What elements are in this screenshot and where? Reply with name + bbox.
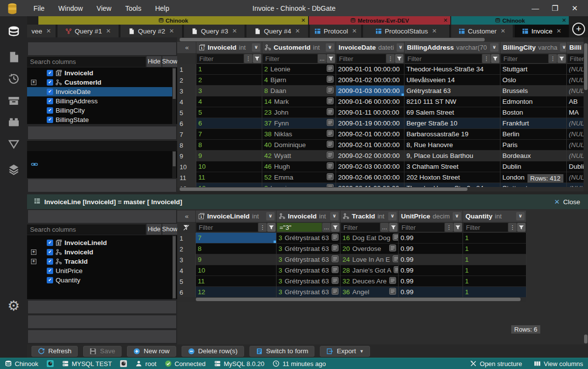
cell-billingaddress[interactable]: 8, Rue Hanovre	[404, 140, 500, 151]
macros-header[interactable]	[28, 330, 176, 343]
filter-input[interactable]: Filter	[196, 223, 258, 232]
cell-invoicedate[interactable]: 2009-01-06 00:00:00	[336, 96, 404, 107]
cell-billingaddress[interactable]: 3 Chatham Street	[404, 161, 500, 172]
chevron-down-icon[interactable]: ∨	[252, 43, 260, 52]
filter-funnel-icon[interactable]	[557, 54, 566, 63]
filters-header[interactable]	[28, 301, 176, 313]
cell-unitprice[interactable]: 0.99	[399, 254, 463, 265]
column-item-customerid[interactable]: +✔CustomerId	[27, 78, 173, 87]
cell-quantity[interactable]: 1	[463, 254, 526, 265]
row-number[interactable]: 8	[177, 140, 196, 151]
connection-band-chinook[interactable]: Chinook✕	[38, 16, 308, 25]
filter-corner-cell[interactable]	[177, 53, 196, 64]
filter-input[interactable]: Filter	[337, 54, 386, 63]
open-reference-icon[interactable]	[327, 119, 334, 127]
filter-funnel-icon[interactable]	[491, 54, 499, 63]
cell-customerid[interactable]: 38Niklas	[262, 129, 336, 140]
cell-billingcity[interactable]: Berlin	[500, 129, 567, 140]
row-number[interactable]: 10	[177, 161, 196, 172]
scroll-thumb[interactable]	[584, 43, 588, 90]
cell-invoiceid[interactable]: 11	[196, 172, 262, 183]
filter-funnel-icon[interactable]	[517, 223, 526, 232]
export-button[interactable]: Export▼	[320, 346, 370, 357]
column-item-trackid[interactable]: +✔TrackId	[27, 257, 173, 266]
columns-list-scrollbar[interactable]	[172, 67, 176, 124]
column-header-customerid[interactable]: CustomerIdint∨	[262, 42, 336, 53]
maximize-icon[interactable]: ❐	[549, 4, 561, 13]
search-references-input[interactable]	[27, 140, 177, 151]
open-structure-button[interactable]: Open structure	[470, 360, 522, 368]
open-reference-icon[interactable]	[332, 234, 339, 242]
collapse-columns-button[interactable]: «	[177, 42, 196, 53]
cell-invoiceid[interactable]: 3	[196, 86, 262, 96]
cell-billingaddress[interactable]: 202 Hoxton Street	[404, 172, 500, 183]
cell-billingaddress[interactable]: Barbarossastraße 19	[404, 129, 500, 140]
close-tab-icon[interactable]: ✕	[295, 28, 300, 34]
cell-invoiceid[interactable]: 9	[196, 151, 262, 161]
cell-billingcity[interactable]: Frankfurt	[500, 118, 567, 129]
filter-menu-button[interactable]: …	[318, 54, 326, 63]
cell-trackid[interactable]: 16Dog Eat Dog	[340, 233, 399, 244]
cell-billingcity[interactable]: Boston	[500, 107, 567, 118]
close-tab-icon[interactable]: ✕	[232, 28, 237, 34]
sidebar-database-icon[interactable]	[0, 23, 27, 40]
column-header-invoicelineid[interactable]: 1InvoiceLineIdint∨	[196, 211, 277, 222]
cell-billingaddress[interactable]: Ullevålsveien 14	[404, 75, 500, 86]
cell-billingaddress[interactable]: Theodor-Heuss-Straße 34	[404, 64, 500, 75]
chevron-down-icon[interactable]: ∨	[516, 212, 525, 220]
tab-vee[interactable]: vee✕	[27, 25, 57, 37]
sidebar-history-icon[interactable]	[0, 70, 27, 87]
checkbox[interactable]: ✔	[47, 89, 53, 95]
filter-funnel-icon[interactable]	[253, 54, 261, 63]
sidebar-file-icon[interactable]	[0, 49, 27, 65]
filter-menu-button[interactable]: ⋮	[508, 223, 517, 232]
cell-unitprice[interactable]: 0.99	[399, 244, 463, 254]
cell-unitprice[interactable]: 0.99	[399, 287, 463, 298]
tab-query-2[interactable]: Query #2✕	[121, 25, 183, 37]
close-tab-icon[interactable]: ✕	[46, 28, 51, 34]
columns-header[interactable]	[28, 210, 176, 223]
open-reference-icon[interactable]	[327, 108, 334, 117]
tab-query-1[interactable]: Query #1✕	[58, 25, 120, 37]
cell-invoicedate[interactable]: 2009-01-19 00:00:00	[336, 118, 404, 129]
sidebar-filter-triangle-icon[interactable]	[0, 136, 27, 153]
checkbox[interactable]: ✔	[47, 240, 53, 246]
cell-invoiceid[interactable]: 5	[196, 107, 262, 118]
row-number[interactable]: 6	[177, 287, 196, 298]
cell-billingaddress[interactable]: Berger Straße 10	[404, 118, 500, 129]
filter-input[interactable]: Filter	[197, 54, 244, 63]
close-connection-icon[interactable]: ✕	[301, 17, 306, 24]
expand-icon[interactable]: +	[31, 259, 36, 264]
column-item-billingcity[interactable]: ✔BillingCity	[27, 106, 173, 115]
chevron-down-icon[interactable]: ∨	[330, 212, 339, 220]
cell-invoiceid[interactable]: 7	[196, 129, 262, 140]
checkbox[interactable]: ✔	[47, 70, 53, 76]
cell-billingcity[interactable]: Bordeaux	[500, 151, 567, 161]
row-number[interactable]: 9	[177, 151, 196, 161]
checkbox[interactable]: ✔	[47, 268, 53, 274]
chevron-down-icon[interactable]: ∨	[490, 43, 498, 52]
connection-band-metrostav-evr-dev[interactable]: Metrostav-Evr-DEV✕	[309, 16, 450, 25]
switch-to-form-button[interactable]: Switch to form	[249, 346, 315, 357]
tab-query-4[interactable]: Query #4✕	[247, 25, 309, 37]
column-header-invoiceid[interactable]: InvoiceIdint∨	[277, 211, 340, 222]
cell-invoiceid[interactable]: 1	[196, 64, 262, 75]
cell-invoicedate[interactable]: 2009-02-03 00:00:00	[336, 161, 404, 172]
cell-billingcity[interactable]: Oslo	[500, 75, 567, 86]
row-number[interactable]: 7	[177, 129, 196, 140]
row-number[interactable]: 4	[177, 96, 196, 107]
column-header-billingaddress[interactable]: BillingAddressvarchar(70∨	[404, 42, 500, 53]
new-tab-button[interactable]: +	[572, 23, 585, 35]
cell-billingaddress[interactable]: Grétrystraat 63	[404, 86, 500, 96]
close-tab-icon[interactable]: ✕	[169, 28, 174, 34]
column-header-trackid[interactable]: TrackIdint∨	[340, 211, 399, 222]
open-reference-icon[interactable]	[327, 76, 334, 84]
chevron-down-icon[interactable]: ∨	[453, 212, 461, 220]
cell-invoiceid[interactable]: 3Grétrystraat 63	[277, 233, 340, 244]
cell-invoicedate[interactable]: 2009-01-01 00:00:00	[336, 64, 404, 75]
checkbox[interactable]: ✔	[47, 79, 53, 86]
cell-billingcity[interactable]: Stuttgart	[500, 64, 567, 75]
detail-close-button[interactable]: ✕Close	[554, 198, 580, 206]
filter-input[interactable]: Filter	[405, 54, 482, 63]
row-number[interactable]: 5	[177, 276, 196, 287]
